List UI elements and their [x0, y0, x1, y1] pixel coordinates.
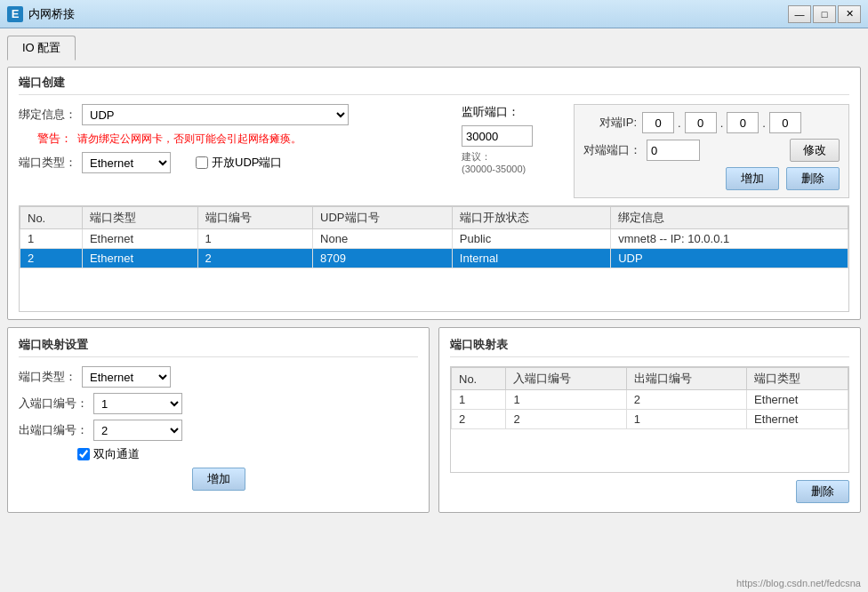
binding-row: 绑定信息： UDP	[19, 104, 447, 125]
ip-octet-1[interactable]	[642, 112, 674, 133]
map-cell-in: 1	[506, 390, 626, 410]
monitoring-hint: 建议：(30000-35000)	[462, 150, 559, 174]
port-type-row: 端口类型： Ethernet 开放UDP端口	[19, 152, 447, 173]
maximize-button[interactable]: □	[813, 5, 836, 23]
mapping-table-area: No. 入端口编号 出端口编号 端口类型 112Ethernet221Ether…	[450, 366, 849, 473]
mapping-add-row: 增加	[19, 468, 418, 491]
minimize-button[interactable]: —	[788, 5, 811, 23]
mapping-table-header: No. 入端口编号 出端口编号 端口类型	[452, 368, 848, 390]
table-row[interactable]: 2Ethernet28709InternalUDP	[20, 249, 848, 268]
bottom-panels: 端口映射设置 端口类型： Ethernet 入端口编号： 1 出端口编号： 2	[7, 327, 861, 520]
monitoring-section: 监听端口： 建议：(30000-35000)	[462, 104, 559, 198]
port-creation-panel: 端口创建 绑定信息： UDP 警告： 请勿绑定公网网卡，否则可能会引起网络瘫痪。	[7, 67, 861, 320]
action-buttons: 增加 删除	[583, 167, 840, 190]
table-cell-num: 1	[197, 229, 313, 249]
table-cell-udp: None	[313, 229, 453, 249]
close-button[interactable]: ✕	[838, 5, 861, 23]
bidirectional-checkbox[interactable]	[77, 448, 90, 460]
map-cell-type: Ethernet	[747, 410, 848, 429]
table-row[interactable]: 112Ethernet	[452, 390, 848, 410]
table-cell-binding: vmnet8 -- IP: 10.0.0.1	[611, 229, 848, 249]
col-binding: 绑定信息	[611, 207, 848, 229]
monitoring-port-row: 监听端口：	[462, 104, 559, 120]
map-col-in: 入端口编号	[506, 368, 626, 390]
modify-button[interactable]: 修改	[790, 139, 840, 162]
warning-text: 请勿绑定公网网卡，否则可能会引起网络瘫痪。	[77, 132, 301, 147]
table-cell-binding: UDP	[611, 249, 848, 268]
table-row[interactable]: 1Ethernet1NonePublicvmnet8 -- IP: 10.0.0…	[20, 229, 848, 249]
add-mapping-button[interactable]: 增加	[192, 468, 245, 491]
footer-url: https://blog.csdn.net/fedcsna	[736, 578, 861, 588]
delete-port-button[interactable]: 删除	[786, 167, 840, 190]
table-cell-udp: 8709	[313, 249, 453, 268]
table-cell-status: Internal	[452, 249, 610, 268]
col-status: 端口开放状态	[452, 207, 610, 229]
port-type-select[interactable]: Ethernet	[82, 152, 171, 173]
binding-label: 绑定信息：	[19, 107, 76, 123]
input-port-label: 入端口编号：	[19, 396, 88, 412]
peer-section: 对端IP: . . . 对端端口： 修改	[574, 104, 849, 198]
port-creation-form: 绑定信息： UDP 警告： 请勿绑定公网网卡，否则可能会引起网络瘫痪。 端口类型…	[19, 104, 447, 198]
ip-octet-2[interactable]	[685, 112, 717, 133]
map-col-type: 端口类型	[747, 368, 848, 390]
map-col-out: 出端口编号	[626, 368, 746, 390]
bidirectional-row: 双向通道	[19, 446, 418, 462]
open-udp-checkbox[interactable]	[196, 156, 208, 169]
output-port-select[interactable]: 2	[93, 420, 182, 441]
ip-fields: . . .	[642, 112, 801, 133]
mapping-table: No. 入端口编号 出端口编号 端口类型 112Ethernet221Ether…	[451, 367, 848, 429]
port-creation-title: 端口创建	[19, 75, 849, 95]
monitoring-port-label: 监听端口：	[462, 104, 519, 120]
output-port-label: 出端口编号：	[19, 422, 88, 438]
peer-ip-label: 对端IP:	[583, 115, 637, 131]
add-port-button[interactable]: 增加	[726, 167, 779, 190]
open-udp-checkbox-row[interactable]: 开放UDP端口	[196, 155, 282, 171]
tab-bar: IO 配置	[7, 36, 861, 60]
bidirectional-label: 双向通道	[93, 446, 140, 462]
table-row[interactable]: 221Ethernet	[452, 410, 848, 429]
col-udp: UDP端口号	[313, 207, 453, 229]
col-no: No.	[20, 207, 83, 229]
col-num: 端口编号	[197, 207, 313, 229]
table-cell-type: Ethernet	[82, 249, 197, 268]
peer-ip-row: 对端IP: . . .	[583, 112, 840, 133]
titlebar-left: E 内网桥接	[7, 6, 75, 22]
mapping-type-row: 端口类型： Ethernet	[19, 366, 418, 388]
port-type-label: 端口类型：	[19, 155, 76, 171]
mapping-settings-title: 端口映射设置	[19, 337, 418, 357]
main-content: IO 配置 端口创建 绑定信息： UDP 警告： 请勿绑定公网网卡，否则可能会引…	[0, 28, 868, 592]
map-cell-no: 2	[452, 410, 506, 429]
bidirectional-checkbox-row[interactable]: 双向通道	[77, 446, 140, 462]
mapping-type-select[interactable]: Ethernet	[82, 366, 171, 388]
map-cell-no: 1	[452, 390, 506, 410]
port-table-header: No. 端口类型 端口编号 UDP端口号 端口开放状态 绑定信息	[20, 207, 848, 229]
warning-row: 警告： 请勿绑定公网网卡，否则可能会引起网络瘫痪。	[19, 131, 447, 147]
open-udp-label: 开放UDP端口	[212, 155, 282, 171]
delete-mapping-button[interactable]: 删除	[796, 480, 849, 503]
ip-octet-4[interactable]	[769, 112, 801, 133]
mapping-type-label: 端口类型：	[19, 369, 76, 385]
table-cell-num: 2	[197, 249, 313, 268]
tab-io-config[interactable]: IO 配置	[7, 36, 76, 60]
app-icon: E	[7, 6, 23, 22]
ip-octet-3[interactable]	[727, 112, 759, 133]
table-cell-no: 2	[20, 249, 83, 268]
col-type: 端口类型	[82, 207, 197, 229]
peer-port-input[interactable]	[647, 140, 700, 161]
mapping-table-title: 端口映射表	[450, 337, 849, 357]
input-port-select[interactable]: 1	[93, 393, 182, 414]
output-port-row: 出端口编号： 2	[19, 420, 418, 441]
binding-select[interactable]: UDP	[82, 104, 349, 125]
port-table: No. 端口类型 端口编号 UDP端口号 端口开放状态 绑定信息 1Ethern…	[20, 206, 848, 268]
map-cell-out: 2	[626, 390, 746, 410]
port-table-area: No. 端口类型 端口编号 UDP端口号 端口开放状态 绑定信息 1Ethern…	[19, 205, 849, 312]
window-title: 内网桥接	[28, 6, 75, 22]
table-cell-type: Ethernet	[82, 229, 197, 249]
map-cell-in: 2	[506, 410, 626, 429]
map-cell-type: Ethernet	[747, 390, 848, 410]
map-col-no: No.	[452, 368, 506, 390]
peer-port-row: 对端端口： 修改	[583, 139, 840, 162]
titlebar: E 内网桥接 — □ ✕	[0, 0, 868, 28]
monitoring-port-input[interactable]	[462, 125, 533, 147]
peer-port-label: 对端端口：	[583, 142, 641, 158]
